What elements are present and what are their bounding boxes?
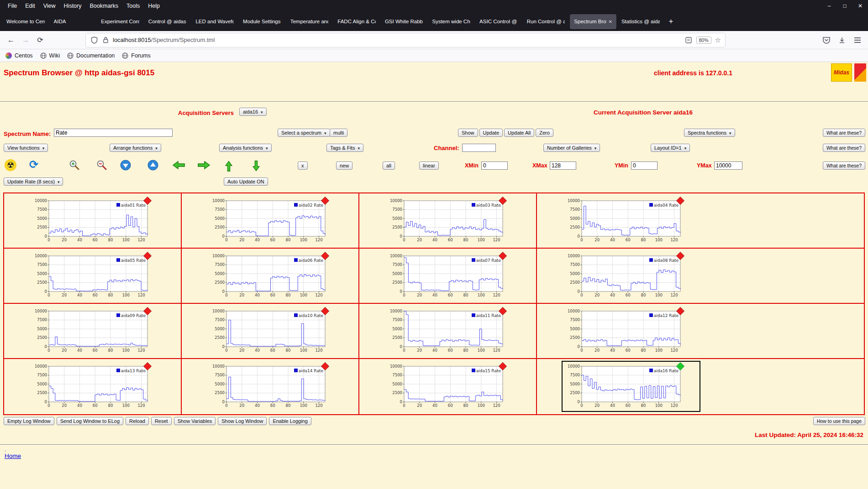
bookmark-star-icon[interactable]: ☆ xyxy=(715,36,721,43)
enable-logging-button[interactable]: Enable Logging xyxy=(269,417,311,425)
tab-asic-control-a[interactable]: ASIC Control @ a xyxy=(475,14,522,29)
zoom-out-icon[interactable] xyxy=(96,159,108,173)
spectrum-chart-aida05-rate[interactable]: 025005000750010000020406080100120aida05 … xyxy=(30,251,167,301)
menu-item-help[interactable]: Help xyxy=(144,0,164,12)
what-are-these-button-3[interactable]: What are these? xyxy=(823,161,865,170)
ymax-input[interactable] xyxy=(714,161,742,170)
scale-up-icon[interactable] xyxy=(147,159,159,173)
tab-spectrum-brow[interactable]: Spectrum Brow✕ xyxy=(570,14,616,29)
forward-button[interactable]: → xyxy=(18,33,33,47)
zero-button[interactable]: Zero xyxy=(536,129,553,137)
reset-button[interactable]: Reset xyxy=(151,417,172,425)
spectra-functions-dropdown[interactable]: Spectra functions xyxy=(684,129,735,137)
view-functions-dropdown[interactable]: View functions xyxy=(4,144,48,152)
url-text[interactable]: localhost:8015/Spectrum/Spectrum.tml xyxy=(113,36,681,43)
home-link[interactable]: Home xyxy=(5,453,21,459)
send-log-window-to-elog-button[interactable]: Send Log Window to ELog xyxy=(57,417,123,425)
how-to-use-button[interactable]: How to use this page xyxy=(813,417,865,425)
move-right-icon[interactable] xyxy=(197,160,211,172)
close-button[interactable]: ✕ xyxy=(852,0,868,12)
tab-control-aidas[interactable]: Control @ aidas- xyxy=(144,14,191,29)
tab-statistics-aida[interactable]: Statistics @ aida xyxy=(617,14,664,29)
tags-fits-dropdown[interactable]: Tags & Fits xyxy=(326,144,363,152)
back-button[interactable]: ← xyxy=(4,33,18,47)
show-log-window-button[interactable]: Show Log Window xyxy=(218,417,267,425)
fair-logo[interactable] xyxy=(854,63,866,82)
spectrum-chart-aida07-rate[interactable]: 025005000750010000020406080100120aida07 … xyxy=(385,251,522,301)
bookmark-item-forums[interactable]: Forums xyxy=(122,52,150,59)
empty-log-window-button[interactable]: Empty Log Window xyxy=(4,417,54,425)
minimize-button[interactable]: – xyxy=(821,0,837,12)
tab-fadc-align-co[interactable]: FADC Align & Co xyxy=(333,14,380,29)
spectrum-chart-aida03-rate[interactable]: 025005000750010000020406080100120aida03 … xyxy=(385,196,522,245)
move-left-icon[interactable] xyxy=(172,160,185,172)
scale-down-icon[interactable] xyxy=(120,159,132,173)
update-all-button[interactable]: Update All xyxy=(504,129,534,137)
spectrum-chart-aida12-rate[interactable]: 025005000750010000020406080100120aida12 … xyxy=(563,307,700,356)
bookmark-item-documentation[interactable]: Documentation xyxy=(67,52,115,59)
download-icon[interactable] xyxy=(835,33,849,47)
spectrum-chart-aida06-rate[interactable]: 025005000750010000020406080100120aida06 … xyxy=(207,251,344,301)
show-button[interactable]: Show xyxy=(458,129,478,137)
zoom-in-icon[interactable] xyxy=(68,159,80,173)
zoom-level-badge[interactable]: 80% xyxy=(696,36,711,44)
analysis-functions-dropdown[interactable]: Analysis functions xyxy=(219,144,272,152)
menu-hamburger-icon[interactable] xyxy=(851,33,864,47)
tab-experiment-cont[interactable]: Experiment Cont xyxy=(97,14,143,29)
bookmark-item-wiki[interactable]: Wiki xyxy=(40,52,60,59)
tab-aida[interactable]: AIDA xyxy=(50,14,96,29)
ymin-input[interactable] xyxy=(631,161,658,170)
maximize-button[interactable]: □ xyxy=(837,0,852,12)
shield-icon[interactable] xyxy=(90,33,98,47)
spectrum-chart-aida10-rate[interactable]: 025005000750010000020406080100120aida10 … xyxy=(207,307,344,356)
menu-item-view[interactable]: View xyxy=(39,0,60,12)
refresh-icon[interactable]: ⟳ xyxy=(29,159,38,171)
move-up-icon[interactable] xyxy=(223,160,237,172)
bookmark-item-centos[interactable]: Centos xyxy=(5,52,33,59)
pocket-icon[interactable] xyxy=(820,33,833,47)
multi-button[interactable]: multi xyxy=(330,129,347,137)
tab-gsi-white-rabbit[interactable]: GSI White Rabbit xyxy=(381,14,427,29)
number-of-galleries-dropdown[interactable]: Number of Galleries xyxy=(543,144,600,152)
spectrum-chart-aida11-rate[interactable]: 025005000750010000020406080100120aida11 … xyxy=(385,307,522,356)
spectrum-chart-aida08-rate[interactable]: 025005000750010000020406080100120aida08 … xyxy=(563,251,700,301)
xmin-input[interactable] xyxy=(481,161,508,170)
show-variables-button[interactable]: Show Variables xyxy=(174,417,216,425)
x-button[interactable]: x xyxy=(298,161,308,170)
tab-system-wide-che[interactable]: System wide Che xyxy=(428,14,474,29)
spectrum-chart-aida16-rate[interactable]: 025005000750010000020406080100120aida16 … xyxy=(563,362,700,411)
linear-button[interactable]: linear xyxy=(419,161,439,170)
spectrum-name-input[interactable] xyxy=(54,129,173,137)
tab-welcome-to-cent[interactable]: Welcome to Cent xyxy=(2,14,49,29)
midas-logo[interactable]: Midas xyxy=(831,63,852,82)
channel-input[interactable] xyxy=(462,144,496,152)
spectrum-chart-aida14-rate[interactable]: 025005000750010000020406080100120aida14 … xyxy=(207,362,344,411)
all-button[interactable]: all xyxy=(383,161,395,170)
reload-button[interactable]: ⟳ xyxy=(33,33,47,47)
tab-led-and-wavefor[interactable]: LED and Wavefor xyxy=(191,14,238,29)
url-bar[interactable]: localhost:8015/Spectrum/Spectrum.tml 80%… xyxy=(86,33,725,47)
arrange-functions-dropdown[interactable]: Arrange functions xyxy=(110,144,161,152)
move-down-icon[interactable] xyxy=(248,160,262,172)
tab-close-icon[interactable]: ✕ xyxy=(609,19,612,24)
spectrum-chart-aida13-rate[interactable]: 025005000750010000020406080100120aida13 … xyxy=(30,362,167,411)
xmax-input[interactable] xyxy=(550,161,576,170)
menu-item-tools[interactable]: Tools xyxy=(122,0,144,12)
spectrum-chart-aida15-rate[interactable]: 025005000750010000020406080100120aida15 … xyxy=(385,362,522,411)
update-rate-dropdown[interactable]: Update Rate (8 secs) xyxy=(4,177,63,186)
select-spectrum-dropdown[interactable]: Select a spectrum xyxy=(278,129,330,137)
reader-mode-icon[interactable] xyxy=(684,33,693,47)
layout-id-dropdown[interactable]: Layout ID=1 xyxy=(651,144,690,152)
menu-item-edit[interactable]: Edit xyxy=(21,0,39,12)
what-are-these-button-2[interactable]: What are these? xyxy=(823,144,865,152)
tab-module-settings[interactable]: Module Settings xyxy=(239,14,285,29)
menu-item-file[interactable]: File xyxy=(4,0,21,12)
auto-update-button[interactable]: Auto Update ON xyxy=(224,177,268,186)
lock-icon[interactable] xyxy=(102,33,109,47)
tab-temperature-and[interactable]: Temperature and xyxy=(286,14,333,29)
spectrum-chart-aida09-rate[interactable]: 025005000750010000020406080100120aida09 … xyxy=(30,307,167,356)
spectrum-chart-aida01-rate[interactable]: 025005000750010000020406080100120aida01 … xyxy=(30,196,167,245)
acquisition-server-select[interactable]: aida16 xyxy=(239,108,267,116)
update-button[interactable]: Update xyxy=(479,129,503,137)
spectrum-chart-aida04-rate[interactable]: 025005000750010000020406080100120aida04 … xyxy=(563,196,700,245)
